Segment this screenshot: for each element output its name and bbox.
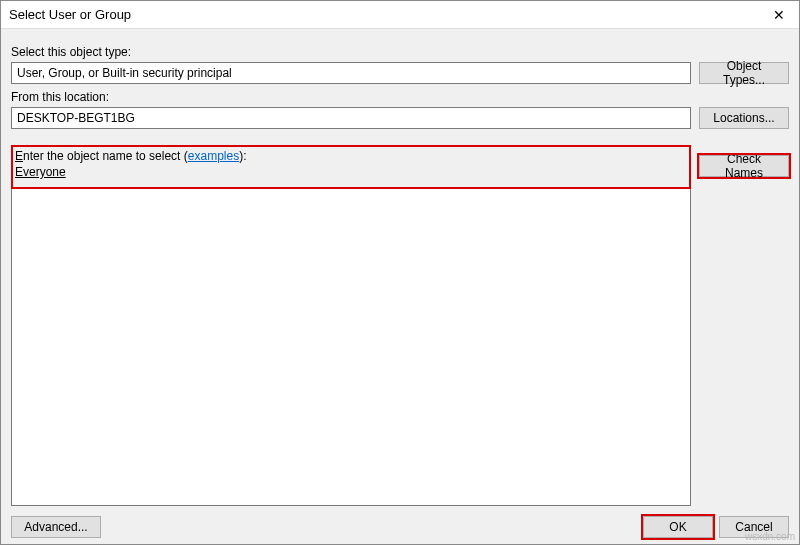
cancel-button[interactable]: Cancel: [719, 516, 789, 538]
advanced-button[interactable]: Advanced...: [11, 516, 101, 538]
object-name-label-suffix: ):: [239, 149, 246, 163]
dialog-window: Select User or Group ✕ Select this objec…: [0, 0, 800, 545]
object-name-highlight: Enter the object name to select (example…: [11, 145, 691, 189]
dialog-content: Select this object type: User, Group, or…: [1, 29, 799, 544]
object-name-value: Everyone: [15, 165, 66, 179]
object-name-left: Enter the object name to select (example…: [11, 133, 691, 506]
object-types-button[interactable]: Object Types...: [699, 62, 789, 84]
ok-button[interactable]: OK: [643, 516, 713, 538]
object-type-field: User, Group, or Built-in security princi…: [11, 62, 691, 84]
window-title: Select User or Group: [9, 7, 759, 22]
close-icon: ✕: [773, 7, 785, 23]
object-name-label-underline: E: [15, 149, 23, 163]
footer: Advanced... OK Cancel: [11, 506, 789, 538]
object-name-buttons: Check Names: [699, 133, 789, 177]
location-row: DESKTOP-BEGT1BG Locations...: [11, 107, 789, 129]
check-names-button[interactable]: Check Names: [699, 155, 789, 177]
location-field: DESKTOP-BEGT1BG: [11, 107, 691, 129]
object-name-area: Enter the object name to select (example…: [11, 133, 789, 506]
object-type-row: User, Group, or Built-in security princi…: [11, 62, 789, 84]
locations-button[interactable]: Locations...: [699, 107, 789, 129]
object-name-input[interactable]: [11, 189, 691, 506]
location-label: From this location:: [11, 90, 789, 104]
examples-link[interactable]: examples: [188, 149, 239, 163]
object-type-label: Select this object type:: [11, 45, 789, 59]
titlebar: Select User or Group ✕: [1, 1, 799, 29]
object-name-label: Enter the object name to select (example…: [15, 149, 687, 163]
close-button[interactable]: ✕: [759, 1, 799, 29]
object-name-label-rest: nter the object name to select (: [23, 149, 188, 163]
